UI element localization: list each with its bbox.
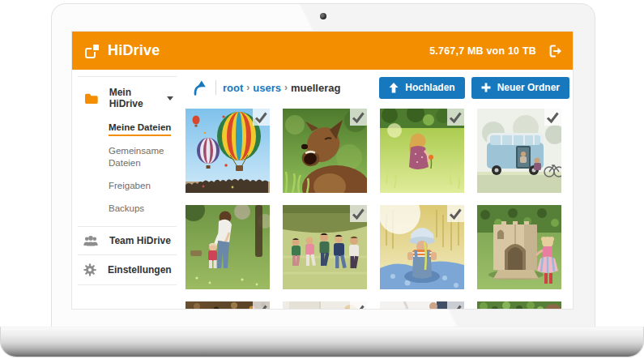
check-icon[interactable] xyxy=(350,109,367,126)
breadcrumb: root › users › muellerag xyxy=(191,79,340,96)
sidebar-item-meine-dateien[interactable]: Meine Dateien xyxy=(109,122,175,135)
photo-mother-and-toddler[interactable] xyxy=(186,205,270,289)
plus-icon xyxy=(481,83,491,92)
team-icon xyxy=(83,235,98,246)
sidebar-item-gemeinsame-dateien[interactable]: Gemeinsame Dateien xyxy=(109,145,175,170)
new-folder-button[interactable]: Neuer Ordner xyxy=(471,77,569,99)
laptop-mockup: HiDrive 5.767,7 MB von 10 TB xyxy=(0,0,644,359)
divider xyxy=(78,284,177,285)
main-content: root › users › muellerag xyxy=(183,70,573,309)
photo-hot-air-balloons[interactable] xyxy=(186,109,270,193)
check-icon[interactable] xyxy=(447,205,464,222)
photo-camper-van[interactable] xyxy=(477,109,561,193)
upload-icon xyxy=(389,83,399,93)
photo-barking-dog[interactable] xyxy=(283,109,367,193)
sidebar-sub-list: Meine Dateien Gemeinsame Dateien Freigab… xyxy=(109,122,183,216)
photo-autumn-leaves[interactable] xyxy=(186,301,270,310)
sidebar: Mein HiDrive Meine Dateien Gemeinsame Da… xyxy=(72,70,183,309)
storage-usage-text: 5.767,7 MB von 10 TB xyxy=(429,45,536,57)
gear-icon xyxy=(83,263,96,276)
photo-grid xyxy=(186,109,561,310)
upload-button[interactable]: Hochladen xyxy=(379,77,464,99)
breadcrumb-users[interactable]: users xyxy=(253,82,281,94)
check-icon[interactable] xyxy=(350,205,367,222)
photo-green-foliage[interactable] xyxy=(477,301,561,310)
app-title: HiDrive xyxy=(108,42,160,59)
app-window: HiDrive 5.767,7 MB von 10 TB xyxy=(71,31,574,310)
photo-indoor-scene[interactable] xyxy=(283,301,367,310)
check-icon[interactable] xyxy=(447,109,464,126)
photo-person-in-white-room[interactable] xyxy=(380,301,464,310)
logout-icon xyxy=(547,43,563,59)
laptop-base xyxy=(0,327,644,357)
chevron-down-icon xyxy=(167,96,173,100)
app-header: HiDrive 5.767,7 MB von 10 TB xyxy=(72,32,573,70)
sidebar-team-label: Team HiDrive xyxy=(109,235,171,246)
app-logo: HiDrive xyxy=(83,42,160,60)
laptop-bezel: HiDrive 5.767,7 MB von 10 TB xyxy=(51,3,595,337)
sidebar-item-mein-hidrive[interactable]: Mein HiDrive xyxy=(72,77,183,109)
sidebar-settings-label: Einstellungen xyxy=(108,264,172,276)
up-arrow-icon xyxy=(191,79,209,96)
sidebar-item-backups[interactable]: Backups xyxy=(109,203,175,216)
check-icon[interactable] xyxy=(253,109,270,126)
check-icon[interactable] xyxy=(253,301,270,310)
photo-children-running[interactable] xyxy=(283,205,367,289)
breadcrumb-root[interactable]: root xyxy=(223,82,243,94)
logout-button[interactable] xyxy=(547,43,563,59)
check-icon[interactable] xyxy=(544,109,561,126)
breadcrumb-separator: › xyxy=(246,82,249,93)
photo-girl-in-meadow[interactable] xyxy=(380,109,464,193)
webcam-dot xyxy=(320,13,326,19)
folder-icon xyxy=(84,92,99,105)
check-icon[interactable] xyxy=(447,301,464,310)
divider xyxy=(215,80,216,95)
sidebar-root-label: Mein HiDrive xyxy=(109,87,167,109)
go-up-button[interactable] xyxy=(191,79,209,96)
toolbar: root › users › muellerag xyxy=(191,76,569,99)
photo-cardboard-castle[interactable] xyxy=(477,205,561,289)
check-icon[interactable] xyxy=(350,301,367,310)
sidebar-item-einstellungen[interactable]: Einstellungen xyxy=(72,255,183,284)
sidebar-item-freigaben[interactable]: Freigaben xyxy=(109,180,175,193)
breadcrumb-separator: › xyxy=(284,82,288,93)
hidrive-logo-icon xyxy=(83,42,101,60)
breadcrumb-current: muellerag xyxy=(291,82,340,94)
sidebar-item-team-hidrive[interactable]: Team HiDrive xyxy=(72,227,183,254)
photo-baby-in-field[interactable] xyxy=(380,205,464,289)
